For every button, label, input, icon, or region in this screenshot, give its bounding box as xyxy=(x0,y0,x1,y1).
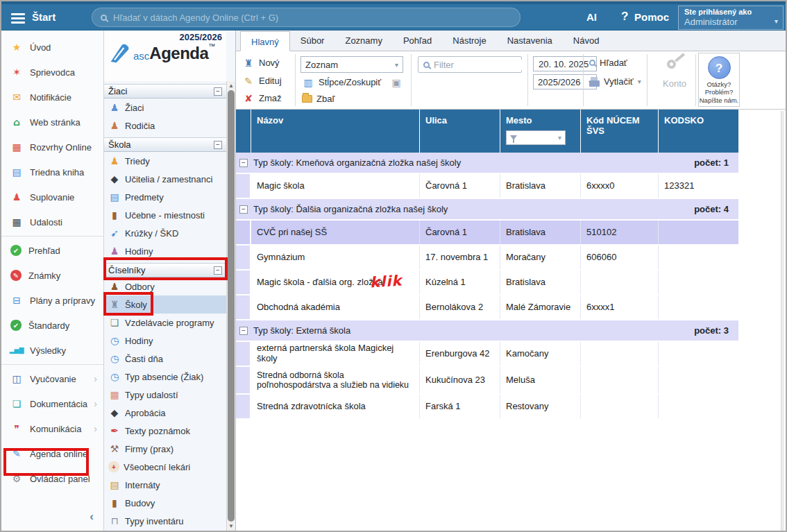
tab-hlavny[interactable]: Hlavný xyxy=(240,31,290,51)
table-row[interactable]: Gymnázium 17. novembra 1 Moračany 606060 xyxy=(236,246,738,271)
panel-item-ziaci[interactable]: ♟Žiaci xyxy=(104,98,226,117)
panel-item-hodiny[interactable]: ◷Hodiny xyxy=(104,332,226,350)
sidebar-item-prehlad[interactable]: ✔Prehľad xyxy=(1,238,103,263)
panel-item-aprobacia[interactable]: ◆Aprobácia xyxy=(104,404,226,422)
section-header-ziaci[interactable]: Žiaci− xyxy=(104,84,226,98)
panel-item-typy-inventaru[interactable]: ⊓Typy inventáru xyxy=(104,512,226,530)
mesto-filter-select[interactable]: ▾ xyxy=(506,130,566,145)
table-row[interactable]: externá partnerská škola Magickej školy … xyxy=(236,342,738,367)
global-search-input[interactable] xyxy=(113,12,511,23)
scroll-up-icon[interactable]: ▲ xyxy=(227,83,235,89)
panel-item-skoly[interactable]: ♜Školy xyxy=(104,295,226,314)
collapse-box-icon[interactable]: − xyxy=(214,87,222,96)
table-row[interactable]: Stredná zdravotnícka škola Farská 1 Rest… xyxy=(236,395,738,420)
column-header-ulica[interactable]: Ulica xyxy=(420,110,500,153)
school-year-select[interactable]: 2025/2026▾ xyxy=(533,74,597,89)
contact-help-button[interactable]: ? Otázky? Problém? Napíšte nám. xyxy=(698,53,740,107)
date-field[interactable]: 20. 10. 2025 xyxy=(533,56,597,71)
sidebar-item-komunikacia[interactable]: ❞Komunikácia› xyxy=(1,416,103,441)
start-menu[interactable]: Štart xyxy=(32,11,56,23)
sidebar-item-agenda-online[interactable]: ✎Agenda online xyxy=(1,441,103,466)
group-collapse-icon[interactable]: − xyxy=(239,327,248,335)
hamburger-menu-icon[interactable] xyxy=(11,11,25,26)
sidebar-item-vysledky[interactable]: ▂▅▇Výsledky xyxy=(1,338,103,363)
columns-group-button[interactable]: ▥Stĺpce/Zoskupiť xyxy=(302,76,381,88)
panel-item-ucitelia[interactable]: ◆Učitelia / zamestnanci xyxy=(104,170,226,188)
panel-item-ucebne[interactable]: ▮Učebne - miestnosti xyxy=(104,206,226,224)
panel-item-typ-absencie[interactable]: ◷Typ absencie (Žiak) xyxy=(104,368,226,386)
sidebar-item-triedna-kniha[interactable]: ▤Triedna kniha xyxy=(1,160,103,185)
filter-input-wrap[interactable] xyxy=(418,56,522,73)
panel-item-budovy[interactable]: ▮Budovy xyxy=(104,494,226,512)
table-row[interactable]: Obchodná akadémia Bernolákova 2 Malé Zám… xyxy=(236,295,738,320)
save-layout-button[interactable]: ▣ xyxy=(390,76,403,88)
sidebar-collapse-icon[interactable]: ‹ xyxy=(90,510,94,524)
tab-nastavenia[interactable]: Nastavenia xyxy=(497,31,563,51)
panel-item-texty-poznamok[interactable]: ✒Texty poznámok xyxy=(104,422,226,440)
table-row[interactable]: Magic škola - ďalšia org. zložka Kúzelná… xyxy=(236,271,738,295)
panel-item-typy-udalosti[interactable]: ▦Typy udalostí xyxy=(104,386,226,404)
scrollbar-thumb[interactable] xyxy=(228,90,235,522)
view-select[interactable]: Zoznam▾ xyxy=(301,56,403,73)
sidebar-item-plany-a-pripravy[interactable]: ⊟Plány a prípravy xyxy=(1,288,103,313)
scroll-down-icon[interactable]: ▼ xyxy=(227,523,235,529)
panel-item-triedy[interactable]: ♟Triedy xyxy=(104,152,226,170)
panel-item-vzdelavacie-programy[interactable]: ❏Vzdelávacie programy xyxy=(104,314,226,332)
global-search[interactable] xyxy=(92,8,521,27)
group-row: − Typ školy: Ďalšia organizačná zložka n… xyxy=(236,199,738,221)
ai-button[interactable]: AI xyxy=(586,11,597,23)
help-button[interactable]: Pomoc xyxy=(634,11,669,23)
sidebar-item-udalosti[interactable]: ▦Udalosti xyxy=(1,209,103,234)
table-row[interactable]: Magic škola Čarovná 1 Bratislava 6xxxx0 … xyxy=(236,174,738,199)
panel-item-firmy[interactable]: ⚒Firmy (prax) xyxy=(104,440,226,458)
section-header-ciselniky[interactable]: Číselníky− xyxy=(104,263,226,277)
panel-item-vseobecni-lekari[interactable]: +Všeobecní lekári xyxy=(104,458,226,476)
column-header-kod-nucem[interactable]: Kód NÚCEM ŠVS xyxy=(581,110,659,153)
logged-in-user-menu[interactable]: Ste prihlásený ako Administrátor ▾ xyxy=(678,6,784,30)
panel-scrollbar[interactable]: ▲ ▼ xyxy=(226,81,235,531)
help-question-icon[interactable]: ? xyxy=(621,10,628,24)
sidebar-item-rozvrhy-online[interactable]: ▦Rozvrhy Online xyxy=(1,135,103,160)
account-button[interactable]: Konto xyxy=(652,60,697,89)
sidebar-item-znamky[interactable]: ✎Známky xyxy=(1,263,103,288)
find-button[interactable]: Hľadať xyxy=(589,58,627,68)
table-row-selected[interactable]: CVČ pri našej SŠ Čarovná 1 Bratislava 51… xyxy=(236,221,738,246)
section-header-skola[interactable]: Škola− xyxy=(104,137,226,152)
print-button[interactable]: Vytlačiť▾ xyxy=(589,76,641,87)
group-collapse-icon[interactable]: − xyxy=(239,205,248,214)
sidebar-item-standardy[interactable]: ✔Štandardy xyxy=(1,313,103,338)
collapse-box-icon[interactable]: − xyxy=(214,141,222,149)
panel-item-hodiny-skola[interactable]: ♟Hodiny xyxy=(104,242,226,260)
sidebar-item-suplovanie[interactable]: ♟Suplovanie xyxy=(1,185,103,209)
collapse-groups-button[interactable]: Zbaľ xyxy=(302,94,335,104)
main-scrollbar[interactable] xyxy=(781,111,784,531)
sidebar-item-ovladaci-panel[interactable]: ⚙Ovládací panel xyxy=(1,466,103,491)
sidebar-item-vyucovanie[interactable]: ◫Vyučovanie› xyxy=(1,366,103,391)
tab-nastroje[interactable]: Nástroje xyxy=(442,31,496,51)
collapse-box-icon[interactable]: − xyxy=(214,266,222,275)
panel-item-odbory[interactable]: ♟Odbory xyxy=(104,277,226,295)
column-header-kodsko[interactable]: KODSKO xyxy=(659,110,738,153)
panel-item-internaty[interactable]: ▤Internáty xyxy=(104,476,226,494)
panel-item-rodicia[interactable]: ♟Rodičia xyxy=(104,117,226,135)
sidebar-item-notifikacie[interactable]: ✉Notifikácie xyxy=(1,85,103,110)
sidebar-item-label: Web stránka xyxy=(30,117,81,128)
tab-subor[interactable]: Súbor xyxy=(290,31,335,51)
tab-zoznamy[interactable]: Zoznamy xyxy=(335,31,392,51)
sidebar-item-uvod[interactable]: ★Úvod xyxy=(1,35,103,60)
column-header-mesto[interactable]: Mesto ▾ xyxy=(500,110,581,153)
new-button[interactable]: ♜Nový xyxy=(242,57,280,69)
panel-item-casti-dna[interactable]: ◷Časti dňa xyxy=(104,350,226,368)
edit-button[interactable]: ✎Edituj xyxy=(242,75,282,87)
tab-pohlad[interactable]: Pohľad xyxy=(393,31,442,51)
delete-button[interactable]: ✘Zmaž xyxy=(242,92,282,104)
table-row[interactable]: Stredná odborná škola poľnohospodárstva … xyxy=(236,367,738,395)
tab-navod[interactable]: Návod xyxy=(563,31,610,51)
column-header-nazov[interactable]: Názov xyxy=(251,110,420,153)
sidebar-item-sprievodca[interactable]: ✶Sprievodca xyxy=(1,60,103,85)
panel-item-kruzky[interactable]: ➹Krúžky / ŠKD xyxy=(104,224,226,242)
sidebar-item-dokumentacia[interactable]: ❏Dokumentácia› xyxy=(1,391,103,416)
panel-item-predmety[interactable]: ▤Predmety xyxy=(104,188,226,206)
group-collapse-icon[interactable]: − xyxy=(239,159,248,167)
sidebar-item-web-stranka[interactable]: ⌂Web stránka xyxy=(1,110,103,135)
